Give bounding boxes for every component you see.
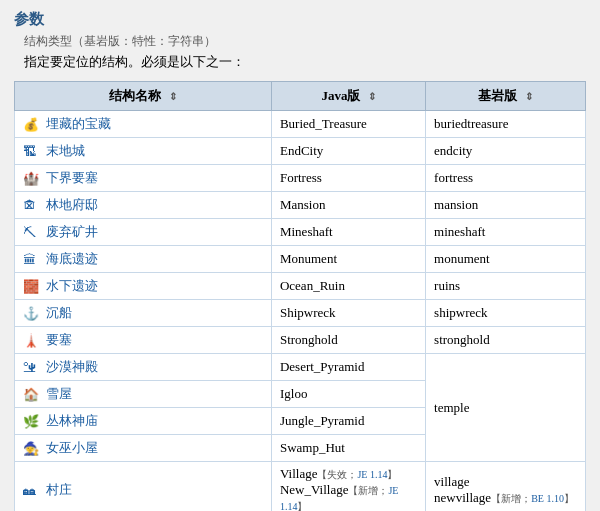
mansion-link[interactable]: 林地府邸: [46, 197, 98, 212]
endcity-icon: 🏗: [23, 144, 39, 160]
table-row: ⚓ 沉船 Shipwreck shipwreck: [15, 300, 586, 327]
cell-name: 🧙 女巫小屋: [15, 435, 272, 462]
sort-icon-bedrock[interactable]: ⇕: [525, 91, 533, 102]
col-header-name: 结构名称 ⇕: [15, 82, 272, 111]
village-bedrock-note: 【新增；BE 1.10】: [491, 493, 574, 504]
page-title: 参数: [14, 10, 586, 29]
monument-link[interactable]: 海底遗迹: [46, 251, 98, 266]
igloo-link[interactable]: 雪屋: [46, 386, 72, 401]
cell-bedrock: buriedtreasure: [426, 111, 586, 138]
stronghold-link[interactable]: 要塞: [46, 332, 72, 347]
cell-bedrock: fortress: [426, 165, 586, 192]
cell-name: 🧱 水下遗迹: [15, 273, 272, 300]
cell-java: Monument: [271, 246, 425, 273]
village-java-note2: 【新增；JE 1.14】: [280, 485, 399, 511]
cell-name: 🏠 雪屋: [15, 381, 272, 408]
cell-name: 🏚 林地府邸: [15, 192, 272, 219]
swamp-hut-link[interactable]: 女巫小屋: [46, 440, 98, 455]
jungle-pyramid-icon: 🌿: [23, 414, 39, 430]
jungle-pyramid-link[interactable]: 丛林神庙: [46, 413, 98, 428]
table-row: ⛏ 废弃矿井 Mineshaft mineshaft: [15, 219, 586, 246]
cell-java: Buried_Treasure: [271, 111, 425, 138]
desert-pyramid-link[interactable]: 沙漠神殿: [46, 359, 98, 374]
cell-java: Village【失效；JE 1.14】 New_Village【新增；JE 1.…: [271, 462, 425, 511]
description: 指定要定位的结构。必须是以下之一：: [24, 53, 586, 71]
cell-bedrock: monument: [426, 246, 586, 273]
mansion-icon: 🏚: [23, 198, 39, 214]
subtitle: 结构类型（基岩版：特性：字符串）: [24, 33, 586, 50]
cell-name: 💰 埋藏的宝藏: [15, 111, 272, 138]
cell-name: ⚓ 沉船: [15, 300, 272, 327]
swamp-hut-icon: 🧙: [23, 441, 39, 457]
table-row: 💰 埋藏的宝藏 Buried_Treasure buriedtreasure: [15, 111, 586, 138]
village-link[interactable]: 村庄: [46, 482, 72, 497]
sort-icon-name[interactable]: ⇕: [169, 91, 177, 102]
cell-java: Jungle_Pyramid: [271, 408, 425, 435]
table-row: 🏰 下界要塞 Fortress fortress: [15, 165, 586, 192]
cell-bedrock: mansion: [426, 192, 586, 219]
cell-bedrock: village newvillage【新增；BE 1.10】: [426, 462, 586, 511]
cell-java: Ocean_Ruin: [271, 273, 425, 300]
table-row: 🏜 沙漠神殿 Desert_Pyramid temple: [15, 354, 586, 381]
structures-table: 结构名称 ⇕ Java版 ⇕ 基岩版 ⇕ 💰 埋藏的宝藏 Buried_Trea…: [14, 81, 586, 511]
cell-name: 🏜 沙漠神殿: [15, 354, 272, 381]
ocean-ruin-link[interactable]: 水下遗迹: [46, 278, 98, 293]
cell-name: ⛏ 废弃矿井: [15, 219, 272, 246]
cell-java: Swamp_Hut: [271, 435, 425, 462]
endcity-link[interactable]: 末地城: [46, 143, 85, 158]
table-row: 🗼 要塞 Stronghold stronghold: [15, 327, 586, 354]
buried-treasure-icon: 💰: [23, 117, 39, 133]
mineshaft-icon: ⛏: [23, 225, 39, 241]
cell-name: 🗼 要塞: [15, 327, 272, 354]
cell-java: Mineshaft: [271, 219, 425, 246]
cell-bedrock: ruins: [426, 273, 586, 300]
mineshaft-link[interactable]: 废弃矿井: [46, 224, 98, 239]
cell-name: 🌿 丛林神庙: [15, 408, 272, 435]
cell-bedrock: endcity: [426, 138, 586, 165]
desert-pyramid-icon: 🏜: [23, 360, 39, 376]
cell-bedrock: shipwreck: [426, 300, 586, 327]
fortress-link[interactable]: 下界要塞: [46, 170, 98, 185]
col-header-bedrock: 基岩版 ⇕: [426, 82, 586, 111]
cell-java: Desert_Pyramid: [271, 354, 425, 381]
shipwreck-icon: ⚓: [23, 306, 39, 322]
table-row: 🏛 海底遗迹 Monument monument: [15, 246, 586, 273]
cell-bedrock: stronghold: [426, 327, 586, 354]
cell-bedrock: mineshaft: [426, 219, 586, 246]
fortress-icon: 🏰: [23, 171, 39, 187]
cell-java: Shipwreck: [271, 300, 425, 327]
cell-java: EndCity: [271, 138, 425, 165]
table-row: 🧱 水下遗迹 Ocean_Ruin ruins: [15, 273, 586, 300]
cell-java: Fortress: [271, 165, 425, 192]
cell-java: Igloo: [271, 381, 425, 408]
buried-treasure-link[interactable]: 埋藏的宝藏: [46, 116, 111, 131]
stronghold-icon: 🗼: [23, 333, 39, 349]
igloo-icon: 🏠: [23, 387, 39, 403]
table-row: 🏗 末地城 EndCity endcity: [15, 138, 586, 165]
cell-java: Stronghold: [271, 327, 425, 354]
cell-name: 🏛 海底遗迹: [15, 246, 272, 273]
cell-name: 🏰 下界要塞: [15, 165, 272, 192]
shipwreck-link[interactable]: 沉船: [46, 305, 72, 320]
monument-icon: 🏛: [23, 252, 39, 268]
table-row: 🏚 林地府邸 Mansion mansion: [15, 192, 586, 219]
cell-bedrock-merged: temple: [426, 354, 586, 462]
cell-name: 🏗 末地城: [15, 138, 272, 165]
village-java-note1: 【失效；JE 1.14】: [317, 469, 397, 480]
cell-java: Mansion: [271, 192, 425, 219]
ocean-ruin-icon: 🧱: [23, 279, 39, 295]
cell-name: 🏘 村庄: [15, 462, 272, 511]
sort-icon-java[interactable]: ⇕: [368, 91, 376, 102]
table-row: 🏘 村庄 Village【失效；JE 1.14】 New_Village【新增；…: [15, 462, 586, 511]
village-icon: 🏘: [23, 483, 39, 499]
col-header-java: Java版 ⇕: [271, 82, 425, 111]
